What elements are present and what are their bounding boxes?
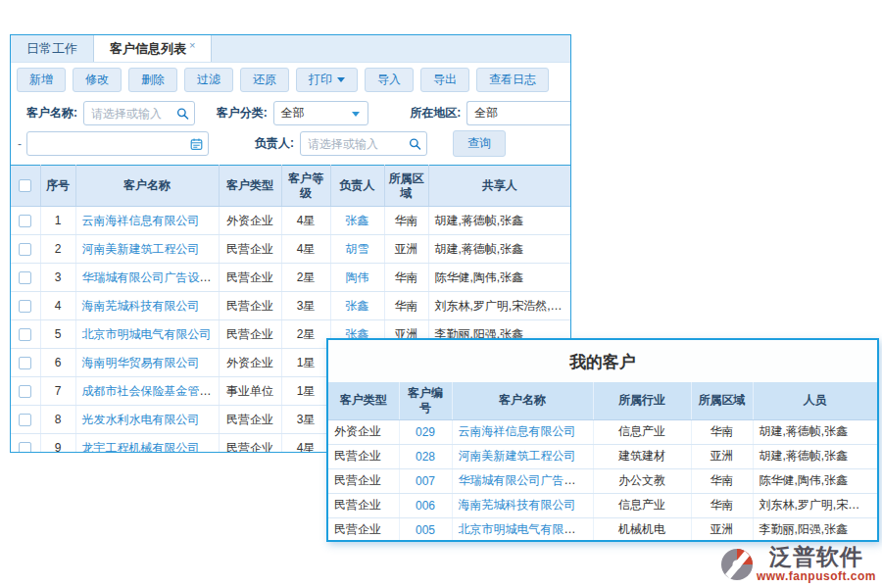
row-no: 7 — [40, 377, 75, 406]
tab-daily-work[interactable]: 日常工作 — [11, 35, 93, 62]
filter-button[interactable]: 过滤 — [184, 68, 233, 92]
table-row: 民营企业 028 河南美新建筑工程公司 建筑建材 亚洲 胡建,蒋德帧,张鑫 — [328, 444, 877, 468]
print-button[interactable]: 打印 — [296, 68, 358, 92]
row-checkbox[interactable] — [19, 215, 31, 227]
customer-name-link[interactable]: 光发水利水电有限公司 — [82, 413, 200, 426]
tab-bar: 日常工作 客户信息列表 × — [11, 35, 570, 63]
manager-link[interactable]: 陶伟 — [346, 270, 369, 284]
customer-name-label: 客户名称: — [26, 105, 77, 122]
location-label: 所在地区: — [410, 105, 461, 122]
industry: 建筑建材 — [593, 444, 691, 468]
view-log-button[interactable]: 查看日志 — [476, 68, 549, 92]
staff: 陈华健,陶伟,张鑫 — [753, 468, 877, 493]
add-button[interactable]: 新增 — [17, 68, 66, 92]
customer-type: 民营企业 — [219, 320, 281, 349]
customer-name-link[interactable]: 北京市明城电气有限公司 — [459, 522, 588, 536]
row-checkbox[interactable] — [19, 271, 31, 284]
row-checkbox[interactable] — [19, 385, 31, 398]
shared-people: 刘东林,罗广明,宋浩然,张鑫 — [428, 292, 570, 320]
row-checkbox[interactable] — [19, 300, 31, 313]
table-row: 外资企业 029 云南海祥信息有限公司 信息产业 华南 胡建,蒋德帧,张鑫 — [328, 419, 877, 444]
tab-customer-info-list[interactable]: 客户信息列表 × — [93, 35, 212, 62]
close-icon[interactable]: × — [189, 38, 195, 52]
customer-code-link[interactable]: 028 — [416, 450, 435, 464]
row-checkbox[interactable] — [19, 414, 31, 426]
customer-code-link[interactable]: 006 — [416, 499, 435, 513]
staff: 胡建,蒋德帧,张鑫 — [753, 419, 877, 444]
table-row: 4 海南芜城科技有限公司 民营企业 3星 张鑫 华南 刘东林,罗广明,宋浩然,张… — [11, 292, 570, 320]
customer-name-link[interactable]: 海南芜城科技有限公司 — [82, 299, 200, 313]
my-customers-panel: 我的客户 客户类型 客户编号 客户名称 所属行业 所属区域 人员 外资企业 02… — [326, 338, 879, 542]
customer-category-select[interactable]: 全部 — [273, 101, 368, 125]
query-button[interactable]: 查询 — [453, 130, 506, 157]
customer-name-link[interactable]: 云南海祥信息有限公司 — [459, 424, 576, 438]
col-header-region: 所属区域 — [691, 382, 753, 419]
customer-level: 4星 — [281, 235, 330, 264]
fanpu-watermark: 泛普软件 www.fanpusoft.com — [719, 546, 876, 582]
manager-link[interactable]: 张鑫 — [346, 214, 369, 227]
select-all-checkbox[interactable] — [19, 179, 31, 192]
row-no: 8 — [40, 406, 75, 434]
region: 亚洲 — [691, 517, 753, 542]
table-row: 民营企业 006 海南芜城科技有限公司 信息产业 华南 刘东林,罗广明,宋浩然,… — [328, 493, 877, 517]
restore-button[interactable]: 还原 — [240, 68, 289, 92]
region: 华南 — [691, 468, 753, 493]
customer-category-value: 全部 — [281, 105, 305, 122]
customer-name-link[interactable]: 河南美新建筑工程公司 — [82, 242, 200, 256]
col-header-customer-level: 客户等级 — [281, 166, 330, 207]
delete-button[interactable]: 删除 — [128, 68, 177, 92]
row-checkbox[interactable] — [19, 328, 31, 341]
chevron-down-icon — [352, 112, 360, 117]
fanpu-logo-icon — [719, 547, 755, 582]
print-dropdown-caret-icon — [337, 77, 345, 82]
table-row: 3 华瑞城有限公司广告设计部 民营企业 2星 陶伟 华南 陈华健,陶伟,张鑫 — [11, 264, 570, 292]
col-header-shared: 共享人 — [428, 166, 570, 207]
customer-name-link[interactable]: 北京市明城电气有限公司 — [82, 327, 212, 341]
region: 华南 — [691, 419, 753, 444]
shared-people: 陈华健,陶伟,张鑫 — [428, 264, 570, 292]
date-input[interactable] — [27, 132, 208, 155]
customer-name-link[interactable]: 成都市社会保险基金管理... — [82, 384, 220, 398]
customer-name-link[interactable]: 华瑞城有限公司广告设计部 — [82, 270, 220, 284]
manager-link[interactable]: 胡雪 — [346, 242, 369, 256]
table-row: 民营企业 007 华瑞城有限公司广告设计部 办公文教 华南 陈华健,陶伟,张鑫 — [328, 468, 877, 493]
customer-type: 民营企业 — [219, 292, 281, 320]
date-range-separator: - — [18, 137, 22, 151]
region: 华南 — [384, 292, 428, 320]
row-checkbox[interactable] — [19, 243, 31, 256]
location-select[interactable]: 全部 — [466, 101, 570, 125]
customer-type: 民营企业 — [328, 468, 399, 493]
staff: 李勤丽,阳强,张鑫 — [753, 517, 877, 542]
import-button[interactable]: 导入 — [365, 68, 414, 92]
calendar-icon[interactable] — [190, 137, 203, 150]
col-header-customer-name: 客户名称 — [75, 166, 219, 207]
customer-level: 4星 — [281, 434, 330, 454]
edit-button[interactable]: 修改 — [73, 68, 122, 92]
customer-code-link[interactable]: 007 — [416, 474, 435, 488]
customer-type: 外资企业 — [219, 349, 281, 377]
customer-code-link[interactable]: 005 — [416, 523, 435, 537]
fanpu-logo-text: 泛普软件 — [769, 546, 863, 568]
search-icon[interactable] — [176, 107, 189, 120]
customer-name-link[interactable]: 龙宇工程机械有限公司 — [82, 441, 200, 454]
tab-label: 客户信息列表 — [110, 35, 186, 62]
export-button[interactable]: 导出 — [420, 68, 469, 92]
customer-category-label: 客户分类: — [217, 105, 268, 122]
manager-link[interactable]: 张鑫 — [346, 299, 369, 313]
row-checkbox[interactable] — [19, 442, 31, 453]
customer-name-link[interactable]: 海南芜城科技有限公司 — [459, 498, 576, 512]
industry: 信息产业 — [593, 493, 691, 517]
customer-name-link[interactable]: 河南美新建筑工程公司 — [459, 449, 576, 463]
customer-level: 4星 — [281, 207, 330, 235]
col-header-no: 序号 — [40, 166, 75, 207]
toolbar: 新增 修改 删除 过滤 还原 打印 导入 导出 查看日志 — [11, 63, 570, 96]
customer-name-link[interactable]: 云南海祥信息有限公司 — [82, 214, 200, 227]
manager-input[interactable] — [301, 132, 426, 155]
customer-type: 民营企业 — [219, 406, 281, 434]
customer-name-link[interactable]: 海南明华贸易有限公司 — [82, 356, 200, 369]
search-icon[interactable] — [409, 137, 421, 150]
customer-code-link[interactable]: 029 — [416, 425, 435, 439]
row-checkbox[interactable] — [19, 357, 31, 369]
col-header-customer-name: 客户名称 — [452, 382, 593, 419]
customer-name-link[interactable]: 华瑞城有限公司广告设计部 — [459, 473, 594, 487]
